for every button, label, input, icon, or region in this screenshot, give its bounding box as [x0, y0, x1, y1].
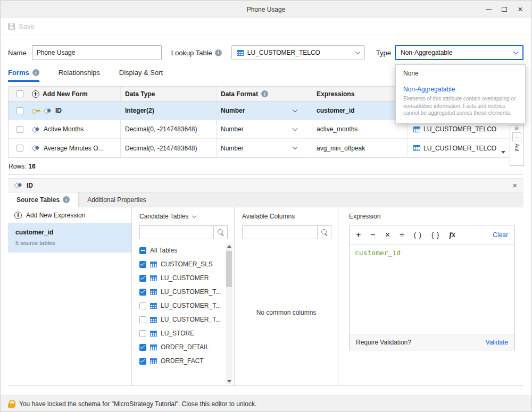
- form-detail-header: ID ×: [8, 178, 523, 192]
- expression-operators: +−×÷( ){ }fx: [356, 230, 455, 240]
- close-button[interactable]: ×: [512, 1, 528, 18]
- tab-additional-properties[interactable]: Additional Properties: [79, 192, 155, 207]
- info-icon[interactable]: i: [261, 90, 268, 97]
- clear-link[interactable]: Clear: [493, 231, 508, 239]
- expr-op-6[interactable]: fx: [449, 231, 455, 239]
- header-expressions: Expressions: [312, 87, 408, 101]
- available-columns-search-input[interactable]: [243, 226, 317, 239]
- candidate-checkbox[interactable]: [139, 261, 146, 268]
- tab-source-tables-label: Source Tables: [16, 196, 60, 204]
- type-option-none[interactable]: None: [396, 65, 525, 82]
- lookup-table-select[interactable]: LU_CUSTOMER_TELCO: [231, 45, 365, 60]
- add-new-expression-button[interactable]: Add New Expression: [8, 207, 131, 223]
- titlebar: Phone Usage ×: [1, 1, 531, 18]
- candidate-checkbox[interactable]: [139, 316, 146, 323]
- type-label: Type: [376, 49, 391, 57]
- candidate-tables-search-input[interactable]: [140, 226, 213, 239]
- tab-source-tables[interactable]: Source Tables i: [8, 192, 79, 207]
- candidate-checkbox[interactable]: [139, 289, 146, 296]
- search-button[interactable]: [213, 226, 227, 239]
- add-new-form-button[interactable]: Add New Form: [29, 87, 121, 101]
- candidate-table-label: LU_CUSTOMER_T...: [161, 302, 221, 309]
- add-new-form-label: Add New Form: [43, 90, 88, 98]
- search-button[interactable]: [317, 226, 331, 239]
- table-icon: [150, 358, 157, 364]
- row-checkbox[interactable]: [16, 145, 23, 152]
- available-columns-title: Available Columns: [242, 213, 295, 220]
- select-all-checkbox[interactable]: [16, 90, 23, 97]
- candidate-table-item[interactable]: LU_CUSTOMER_T...: [132, 299, 225, 313]
- expr-op-2[interactable]: ×: [385, 230, 390, 240]
- form-table-row[interactable]: Average Minutes O... Decimal(0, -2147483…: [9, 139, 523, 157]
- candidate-table-item[interactable]: LU_CUSTOMER_T...: [132, 285, 225, 299]
- minimize-button[interactable]: [480, 1, 496, 18]
- data-format-dropdown[interactable]: Number: [217, 102, 312, 120]
- candidate-table-label: ORDER_DETAIL: [161, 343, 209, 351]
- candidate-checkbox[interactable]: [139, 330, 146, 337]
- expr-op-5[interactable]: { }: [431, 231, 439, 239]
- expression-title-row: Expression: [349, 213, 515, 220]
- chevron-down-icon: [293, 125, 298, 131]
- name-input[interactable]: [32, 45, 162, 60]
- tab-forms[interactable]: Forms i: [8, 69, 39, 82]
- attribute-properties-row: Name Lookup Table i LU_CUSTOMER_TELCO Ty…: [1, 35, 531, 68]
- candidate-table-item[interactable]: LU_CUSTOMER: [132, 271, 225, 285]
- expr-op-1[interactable]: −: [370, 230, 375, 240]
- chevron-down-icon: [513, 49, 519, 54]
- candidate-table-label: LU_CUSTOMER: [161, 274, 209, 282]
- collapsed-side-panel[interactable]: is ↔ Aut: [510, 125, 524, 166]
- validate-link[interactable]: Validate: [486, 339, 508, 346]
- row-checkbox[interactable]: [16, 107, 23, 114]
- table-icon: [150, 303, 157, 309]
- candidate-list-scrollbar[interactable]: [226, 243, 232, 384]
- detail-close-icon[interactable]: ×: [512, 181, 517, 189]
- candidate-checkbox[interactable]: [139, 302, 146, 309]
- save-button[interactable]: Save: [8, 22, 35, 30]
- candidate-table-item[interactable]: CUSTOMER_SLS: [132, 257, 225, 271]
- lock-icon: [8, 400, 14, 408]
- form-name: ID: [55, 107, 62, 114]
- plus-circle-icon: [14, 212, 22, 219]
- info-icon[interactable]: i: [215, 49, 222, 56]
- candidate-table-item[interactable]: LU_CUSTOMER_T...: [132, 313, 225, 326]
- close-icon: ×: [518, 5, 522, 14]
- expr-op-0[interactable]: +: [356, 230, 361, 240]
- data-format-dropdown[interactable]: Number: [217, 139, 312, 157]
- row-checkbox[interactable]: [16, 126, 23, 133]
- table-scroll-down-icon[interactable]: [501, 151, 505, 154]
- candidate-checkbox[interactable]: [139, 358, 146, 365]
- candidate-table-item[interactable]: ORDER_DETAIL: [132, 340, 225, 354]
- type-option-non-aggregatable[interactable]: Non-Aggregatable: [396, 82, 525, 95]
- key-icon: [32, 107, 40, 114]
- attribute-form-icon: [44, 107, 52, 114]
- available-columns-panel: Available Columns No common columns: [235, 207, 338, 385]
- expression-code-area[interactable]: customer_id: [350, 245, 514, 334]
- scroll-up-icon[interactable]: [227, 245, 231, 248]
- candidate-checkbox[interactable]: [139, 247, 146, 254]
- info-icon[interactable]: i: [63, 196, 70, 203]
- candidate-table-label: LU_CUSTOMER_T...: [161, 288, 221, 296]
- type-select[interactable]: Non-Aggregatable: [395, 45, 523, 60]
- available-columns-title-row: Available Columns: [235, 213, 338, 220]
- candidate-tables-title-row[interactable]: Candidate Tables: [132, 213, 234, 220]
- resize-columns-icon[interactable]: ↔: [512, 132, 521, 141]
- window-controls: ×: [480, 1, 528, 18]
- candidate-table-item[interactable]: LU_STORE: [132, 326, 225, 340]
- candidate-checkbox[interactable]: [139, 344, 146, 351]
- form-name: Average Minutes O...: [44, 145, 104, 152]
- info-icon[interactable]: i: [32, 69, 39, 76]
- scroll-down-icon[interactable]: [227, 380, 231, 383]
- form-source-table: LU_CUSTOMER_TELCO: [423, 145, 496, 152]
- expression-list-item[interactable]: customer_id 5 source tables: [8, 223, 131, 253]
- tab-display-sort[interactable]: Display & Sort: [119, 69, 163, 82]
- tab-relationships[interactable]: Relationships: [59, 69, 100, 82]
- expr-op-4[interactable]: ( ): [414, 231, 422, 239]
- candidate-checkbox[interactable]: [139, 275, 146, 282]
- chevron-down-icon: [293, 145, 298, 150]
- data-format-dropdown[interactable]: Number: [217, 120, 312, 138]
- maximize-button[interactable]: [496, 1, 512, 18]
- scrollbar-thumb[interactable]: [226, 251, 232, 287]
- expr-op-3[interactable]: ÷: [400, 230, 404, 240]
- candidate-table-item[interactable]: ORDER_FACT: [132, 354, 225, 368]
- candidate-table-item[interactable]: All Tables: [132, 243, 225, 257]
